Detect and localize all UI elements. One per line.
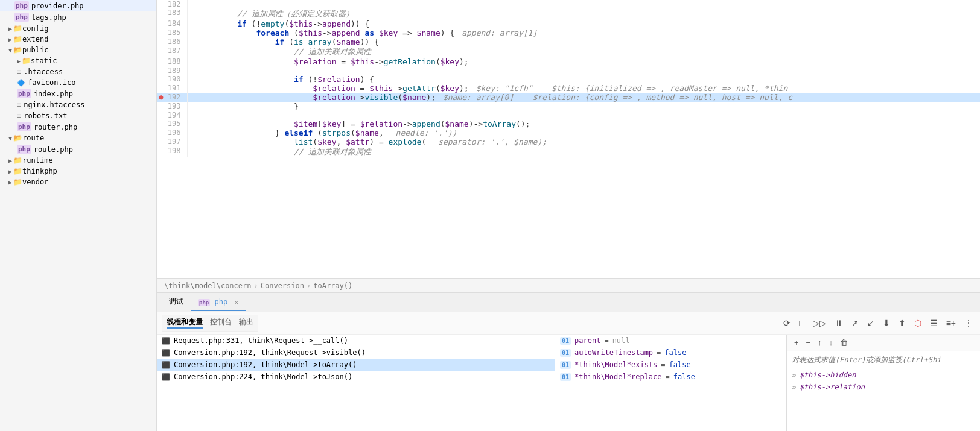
sidebar-item-label: robots.txt bbox=[24, 112, 67, 120]
sidebar-item-label: tags.php bbox=[31, 13, 66, 22]
evaluate-button[interactable]: ⬡ bbox=[912, 317, 924, 329]
var-name: autoWriteTimestamp bbox=[574, 348, 653, 357]
watch-clear-button[interactable]: 🗑 bbox=[838, 337, 850, 348]
stack-item-0[interactable]: ⬛ Request.php:331, think\Request->__call… bbox=[157, 335, 555, 347]
var-icon: 01 bbox=[560, 337, 571, 345]
code-line-192: ● 192 $relation->visible($name);$name: a… bbox=[157, 93, 980, 102]
sidebar-item-runtime[interactable]: ▶ 📁 runtime bbox=[0, 155, 156, 166]
sub-tab-output[interactable]: 输出 bbox=[239, 317, 253, 329]
sidebar-item-extend[interactable]: ▶ 📁 extend bbox=[0, 34, 156, 45]
watch-panel: + − ↑ ↓ 🗑 对表达式求值(Enter)或添加监视(Ctrl+Shi ∞ … bbox=[787, 335, 980, 431]
sidebar-item-thinkphp[interactable]: ▶ 📁 thinkphp bbox=[0, 166, 156, 177]
run-cursor-button[interactable]: ⬇ bbox=[880, 317, 892, 329]
sidebar-item-tags-php[interactable]: php tags.php bbox=[0, 11, 156, 23]
code-line-185: 185 foreach ($this->append as $key => $n… bbox=[157, 28, 980, 37]
watch-up-button[interactable]: ↑ bbox=[815, 337, 824, 348]
step-into-button[interactable]: ↗ bbox=[849, 317, 861, 329]
chevron-right-icon: ▶ bbox=[8, 157, 12, 164]
sidebar-item-label: provider.php bbox=[31, 2, 84, 10]
more-button[interactable]: ⋮ bbox=[962, 317, 975, 329]
debug-tab-php[interactable]: php php ✕ bbox=[191, 294, 246, 311]
sidebar-item-label: config bbox=[22, 24, 48, 33]
code-line-195: 195 $item[$key] = $relation->append($nam… bbox=[157, 119, 980, 128]
breadcrumb-part-3[interactable]: toArray() bbox=[313, 282, 352, 290]
watch-toolbar: + − ↑ ↓ 🗑 bbox=[787, 335, 980, 351]
debug-panel: 调试 php php ✕ 线程和变量 控制台 输出 ⟳ □ bbox=[157, 292, 980, 431]
breadcrumb-part-2[interactable]: Conversion bbox=[261, 282, 304, 290]
code-line-194: 194 bbox=[157, 111, 980, 119]
sidebar-item-label: vendor bbox=[22, 178, 48, 186]
resume-button[interactable]: ⟳ bbox=[781, 317, 793, 329]
variables-panel: 01 parent = null 01 autoWriteTimestamp =… bbox=[555, 335, 787, 431]
pause-button[interactable]: ⏸ bbox=[832, 317, 845, 329]
stack-frame-icon: ⬛ bbox=[162, 361, 170, 369]
sidebar-item-vendor[interactable]: ▶ 📁 vendor bbox=[0, 177, 156, 187]
settings-button[interactable]: ≡+ bbox=[944, 317, 958, 329]
sidebar-item-htaccess[interactable]: ≡ .htaccess bbox=[0, 66, 156, 77]
txt-file-icon: ≡ bbox=[17, 112, 21, 120]
htaccess-file-icon: ≡ bbox=[17, 68, 21, 76]
stack-item-label: Conversion.php:224, think\Model->toJson(… bbox=[174, 373, 352, 381]
sidebar-item-config[interactable]: ▶ 📁 config bbox=[0, 23, 156, 34]
sidebar-item-favicon[interactable]: 🔷 favicon.ico bbox=[0, 77, 156, 88]
breadcrumb-sep-1: › bbox=[254, 282, 258, 290]
folder-open-icon: 📂 bbox=[13, 46, 22, 54]
sidebar-item-nginx-htaccess[interactable]: ≡ nginx.htaccess bbox=[0, 99, 156, 110]
watch-remove-button[interactable]: − bbox=[804, 337, 813, 348]
step-back-button[interactable]: ⬆ bbox=[896, 317, 908, 329]
sub-tab-threads[interactable]: 线程和变量 bbox=[167, 317, 203, 329]
stack-frame-icon: ⬛ bbox=[162, 337, 170, 345]
sidebar-item-static[interactable]: ▶ 📁 static bbox=[0, 55, 156, 66]
sidebar-item-label: nginx.htaccess bbox=[24, 101, 84, 109]
debug-toolbar: 线程和变量 控制台 输出 ⟳ □ ▷▷ ⏸ ↗ ↙ ⬇ ⬆ ⬡ ☰ ≡+ ⋮ bbox=[157, 312, 980, 335]
watch-add-button[interactable]: + bbox=[792, 337, 801, 348]
sidebar-item-label: thinkphp bbox=[22, 167, 57, 175]
code-editor: 182 183 // 追加属性（必须定义获取器） 184 if (!empty(… bbox=[157, 0, 980, 278]
php-file-icon: php bbox=[14, 13, 29, 22]
file-tree[interactable]: php provider.php php tags.php ▶ 📁 config… bbox=[0, 0, 157, 431]
stack-item-1[interactable]: ⬛ Conversion.php:192, think\Request->vis… bbox=[157, 347, 555, 359]
folder-icon: 📁 bbox=[13, 35, 22, 43]
var-name: *think\Model*replace bbox=[574, 373, 662, 381]
var-item-3: 01 *think\Model*replace = false bbox=[555, 371, 786, 383]
sidebar-item-label: favicon.ico bbox=[28, 78, 75, 87]
frames-button[interactable]: ☰ bbox=[928, 317, 940, 329]
code-line-182: 182 bbox=[157, 0, 980, 8]
watch-item-label: $this->hidden bbox=[800, 371, 856, 379]
sidebar-item-robots-txt[interactable]: ≡ robots.txt bbox=[0, 110, 156, 121]
stack-item-2[interactable]: ⬛ Conversion.php:192, think\Model->toArr… bbox=[157, 359, 555, 371]
sidebar-item-public[interactable]: ▼ 📂 public bbox=[0, 45, 156, 55]
var-name: parent bbox=[574, 336, 600, 345]
stack-item-3[interactable]: ⬛ Conversion.php:224, think\Model->toJso… bbox=[157, 371, 555, 383]
stop-button[interactable]: □ bbox=[797, 317, 806, 329]
sidebar-item-provider-php[interactable]: php provider.php bbox=[0, 0, 156, 11]
breadcrumb-part-1[interactable]: \think\model\concern bbox=[164, 282, 252, 290]
sidebar-item-label: route bbox=[22, 134, 44, 142]
sub-tab-console[interactable]: 控制台 bbox=[210, 317, 232, 329]
sidebar-item-label: route.php bbox=[34, 145, 73, 154]
debug-tabs: 调试 php php ✕ bbox=[157, 293, 980, 312]
sidebar-item-router-php[interactable]: php router.php bbox=[0, 121, 156, 133]
step-out-button[interactable]: ↙ bbox=[865, 317, 877, 329]
watch-down-button[interactable]: ↓ bbox=[827, 337, 836, 348]
php-icon: php bbox=[198, 299, 210, 306]
stack-item-label: Request.php:331, think\Request->__call() bbox=[174, 336, 348, 345]
code-line-190: 190 if (!$relation) { bbox=[157, 75, 980, 84]
code-line-198: 198 // 追加关联对象属性 bbox=[157, 146, 980, 157]
debug-tab-label: php bbox=[215, 298, 228, 306]
close-icon[interactable]: ✕ bbox=[234, 298, 238, 306]
sidebar-item-route-php[interactable]: php route.php bbox=[0, 143, 156, 155]
var-icon: 01 bbox=[560, 361, 571, 369]
ico-file-icon: 🔷 bbox=[17, 79, 25, 87]
code-line-197: 197 list($key, $attr) = explode( separat… bbox=[157, 137, 980, 146]
sidebar-item-route[interactable]: ▼ 📂 route bbox=[0, 133, 156, 143]
debug-tab-label: 调试 bbox=[169, 297, 183, 306]
var-item-0: 01 parent = null bbox=[555, 335, 786, 347]
sidebar-item-index-php[interactable]: php index.php bbox=[0, 88, 156, 99]
code-line-187: 187 // 追加关联对象属性 bbox=[157, 46, 980, 57]
step-over-button[interactable]: ▷▷ bbox=[810, 317, 829, 329]
debug-tab-调试[interactable]: 调试 bbox=[162, 293, 191, 312]
code-line-196: 196 } elseif (strpos($name, needle: '.')… bbox=[157, 128, 980, 137]
folder-open-icon: 📂 bbox=[13, 134, 22, 142]
call-stack-panel: ⬛ Request.php:331, think\Request->__call… bbox=[157, 335, 555, 431]
